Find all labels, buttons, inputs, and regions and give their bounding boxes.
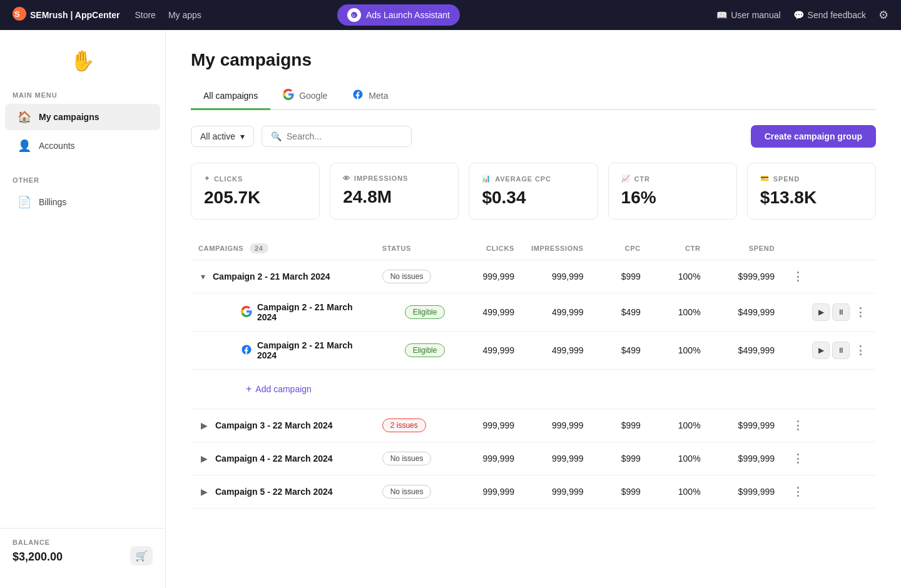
topnav-links: Store My apps	[135, 10, 201, 20]
campaign-name: Campaign 2 - 21 March 2024	[257, 340, 367, 360]
toolbar: All active ▾ 🔍 Create campaign group	[191, 125, 876, 148]
expand-toggle-button[interactable]: ▶	[198, 418, 210, 433]
sidebar-item-my-campaigns[interactable]: 🏠 My campaigns	[5, 104, 160, 130]
more-options-button[interactable]: ⋮	[790, 485, 806, 499]
feedback-icon: 💬	[793, 10, 804, 20]
tab-google[interactable]: Google	[270, 83, 340, 110]
impressions-cell: 999,999	[522, 442, 591, 475]
campaign-status-cell: No issues	[375, 260, 453, 293]
plus-icon: +	[246, 383, 252, 395]
clicks-label: ✦ CLICKS	[204, 175, 307, 183]
document-icon: 📄	[18, 195, 31, 209]
filter-dropdown[interactable]: All active ▾	[191, 126, 254, 147]
clicks-value: 205.7K	[204, 188, 307, 208]
settings-button[interactable]: ⚙	[878, 8, 888, 22]
stat-card-avg-cpc: 📊 AVERAGE CPC $0.34	[469, 163, 598, 220]
google-platform-icon	[241, 306, 252, 319]
ctr-label: 📈 CTR	[621, 175, 724, 183]
actions-cell: ⋮	[782, 475, 876, 509]
brand: S SEMrush | AppCenter	[13, 7, 120, 24]
clicks-cell: 999,999	[452, 260, 522, 293]
ctr-cell: 100%	[648, 409, 708, 442]
svg-text:S: S	[14, 9, 20, 19]
more-options-button[interactable]: ⋮	[790, 270, 806, 283]
tab-all-campaigns[interactable]: All campaigns	[191, 83, 270, 110]
my-campaigns-label: My campaigns	[39, 112, 99, 122]
col-actions	[782, 237, 876, 260]
cpc-cell: $999	[591, 442, 648, 475]
status-badge: Eligible	[405, 305, 445, 319]
meta-tab-icon	[352, 89, 364, 102]
user-manual-label: User manual	[731, 10, 780, 20]
chevron-down-icon: ▾	[240, 131, 245, 141]
stat-card-clicks: ✦ CLICKS 205.7K	[191, 163, 320, 220]
more-options-button[interactable]: ⋮	[852, 305, 868, 319]
table-row: ▶ Campaign 3 - 22 March 2024 2 issues 99…	[191, 409, 876, 442]
google-label: Google	[299, 91, 327, 101]
clicks-cell: 999,999	[452, 475, 522, 509]
actions-cell: ⋮	[782, 442, 876, 475]
send-feedback-link[interactable]: 💬 Send feedback	[793, 10, 866, 20]
more-options-button[interactable]: ⋮	[852, 343, 868, 357]
cpc-cell: $999	[591, 475, 648, 509]
sidebar: ✋ MAIN MENU 🏠 My campaigns 👤 Accounts OT…	[0, 30, 166, 588]
impressions-cell: 999,999	[522, 475, 591, 509]
campaign-name-cell: Campaign 2 - 21 March 2024	[191, 332, 375, 370]
play-button[interactable]: ▶	[812, 303, 830, 321]
stat-card-impressions: 👁 IMPRESSIONS 24.8M	[330, 163, 459, 220]
search-icon: 🔍	[271, 131, 282, 141]
clicks-cell: 999,999	[452, 442, 522, 475]
campaigns-count-badge: 24	[250, 243, 268, 253]
spend-value: $13.8K	[760, 188, 863, 208]
table-body: ▾ Campaign 2 - 21 March 2024 No issues 9…	[191, 260, 876, 509]
col-ctr: CTR	[648, 237, 708, 260]
more-options-button[interactable]: ⋮	[790, 418, 806, 432]
tab-meta[interactable]: Meta	[340, 83, 400, 110]
col-cpc: CPC	[591, 237, 648, 260]
app-logo-icon: ✋	[70, 49, 95, 73]
campaign-name: Campaign 3 - 22 March 2024	[215, 420, 333, 430]
campaign-status-cell: No issues	[375, 475, 453, 509]
expand-toggle-button[interactable]: ▶	[198, 451, 210, 466]
stats-row: ✦ CLICKS 205.7K 👁 IMPRESSIONS 24.8M 📊 AV…	[191, 163, 876, 220]
create-campaign-group-button[interactable]: Create campaign group	[751, 125, 876, 148]
play-button[interactable]: ▶	[812, 342, 830, 359]
actions-cell: ▶ ⏸ ⋮	[782, 293, 876, 332]
cart-button[interactable]: 🛒	[130, 546, 153, 565]
campaign-name: Campaign 5 - 22 March 2024	[215, 487, 333, 497]
impressions-label: 👁 IMPRESSIONS	[343, 175, 445, 182]
search-box[interactable]: 🔍	[262, 126, 412, 147]
ads-launch-label: Ads Launch Assistant	[366, 10, 450, 20]
campaign-status-cell: No issues	[375, 442, 453, 475]
pause-button[interactable]: ⏸	[832, 303, 850, 321]
stat-card-spend: 💳 SPEND $13.8K	[747, 163, 876, 220]
avg-cpc-label: 📊 AVERAGE CPC	[482, 175, 584, 183]
campaign-status-cell: Eligible	[375, 293, 453, 332]
add-campaign-label: Add campaign	[255, 384, 312, 394]
campaign-name-cell: ▶ Campaign 3 - 22 March 2024	[191, 409, 375, 442]
col-status: STATUS	[375, 237, 453, 260]
clicks-icon: ✦	[204, 175, 210, 183]
col-spend: SPEND	[708, 237, 782, 260]
actions-cell: ⋮	[782, 409, 876, 442]
sidebar-item-accounts[interactable]: 👤 Accounts	[5, 133, 160, 159]
campaign-name-cell: ▶ Campaign 4 - 22 March 2024	[191, 442, 375, 475]
status-badge: Eligible	[405, 343, 445, 357]
sidebar-item-billings[interactable]: 📄 Billings	[5, 189, 160, 215]
myapps-link[interactable]: My apps	[168, 10, 201, 20]
store-link[interactable]: Store	[135, 10, 155, 20]
ctr-cell: 100%	[648, 475, 708, 509]
add-campaign-button[interactable]: + Add campaign	[246, 378, 312, 400]
search-input[interactable]	[287, 131, 402, 141]
expand-toggle-button[interactable]: ▾	[198, 269, 208, 284]
user-manual-link[interactable]: 📖 User manual	[716, 10, 780, 20]
balance-label: BALANCE	[13, 539, 153, 546]
more-options-button[interactable]: ⋮	[790, 452, 806, 465]
page-title: My campaigns	[191, 50, 876, 70]
add-campaign-row: + Add campaign	[191, 370, 876, 409]
spend-cell: $499,999	[708, 332, 782, 370]
ads-launch-button[interactable]: u Ads Launch Assistant	[337, 4, 460, 26]
pause-button[interactable]: ⏸	[832, 342, 850, 359]
col-campaigns: CAMPAIGNS 24	[191, 237, 375, 260]
expand-toggle-button[interactable]: ▶	[198, 484, 210, 499]
